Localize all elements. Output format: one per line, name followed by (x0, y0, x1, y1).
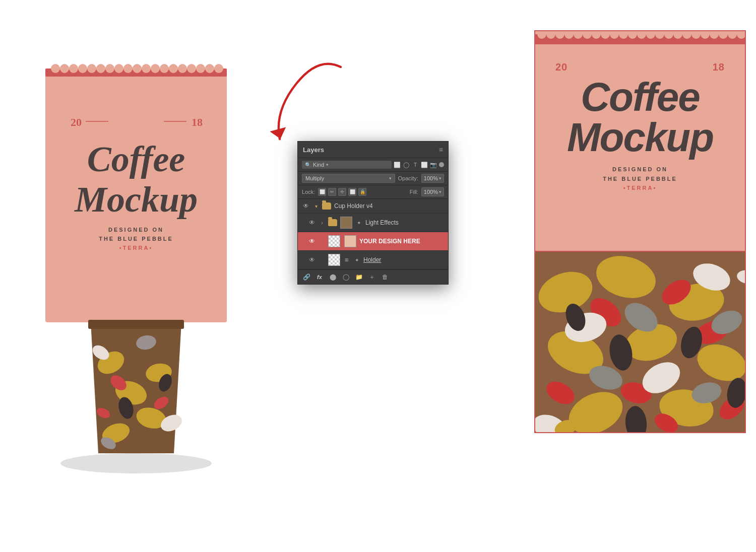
svg-point-14 (133, 64, 142, 73)
svg-point-19 (178, 64, 187, 73)
card-scallop-svg (535, 31, 746, 44)
svg-point-5 (51, 64, 60, 73)
new-layer-icon[interactable]: ＋ (367, 272, 376, 282)
filter-toggle-dot[interactable] (439, 162, 444, 167)
expand-cup-holder[interactable]: ▾ (313, 203, 319, 209)
layers-search-bar[interactable]: 🔍 Kind ▾ (302, 161, 392, 169)
svg-point-15 (142, 64, 151, 73)
svg-rect-48 (88, 320, 184, 329)
group-icon[interactable]: 📁 (354, 272, 363, 282)
opacity-control[interactable]: 100% ▾ (421, 174, 444, 183)
thumb-holder-1 (328, 254, 340, 266)
lock-pixels-btn[interactable]: ⬜ (318, 188, 326, 196)
adjustment-icon[interactable]: ◯ (341, 272, 350, 282)
opacity-arrow: ▾ (439, 176, 442, 181)
svg-point-10 (96, 64, 105, 73)
visibility-eye-holder[interactable]: 👁 (308, 256, 316, 264)
filter-pixel-icon[interactable]: ⬜ (394, 161, 401, 168)
smart-icon-holder: ⊞ (343, 256, 350, 263)
mockup-svg: 20 18 Coffee Mockup DESIGNED ON THE BLUE… (30, 40, 272, 473)
visibility-eye-light[interactable]: 👁 (308, 219, 316, 227)
right-top-card: 20 18 Coffee Mockup DESIGNED ON THE BLUE… (534, 30, 746, 252)
card-title-coffee: Coffee (550, 77, 730, 117)
layers-panel-header: Layers ≡ (298, 142, 448, 158)
kind-label: Kind (313, 162, 324, 168)
card-year-row: 20 18 (550, 61, 730, 73)
right-panel: 20 18 Coffee Mockup DESIGNED ON THE BLUE… (534, 30, 746, 433)
svg-text:•TERRA•: •TERRA• (119, 245, 153, 251)
layer-your-design[interactable]: 👁 › YOUR DESIGN HERE (298, 232, 448, 251)
svg-point-13 (123, 64, 133, 73)
fill-control[interactable]: 100% ▾ (421, 187, 444, 196)
layer-name-holder: Holder (363, 256, 444, 263)
svg-point-23 (214, 64, 223, 73)
card-year-left: 20 (555, 61, 568, 73)
svg-point-6 (60, 64, 69, 73)
svg-point-12 (114, 64, 123, 73)
expand-light[interactable]: › (319, 220, 325, 226)
opacity-value: 100% (424, 175, 438, 181)
svg-point-20 (187, 64, 196, 73)
card-year-right: 18 (713, 61, 725, 73)
layers-list: 👁 ▾ Cup Holder v4 👁 › ✦ Light Effects 👁 … (298, 199, 448, 269)
visibility-eye-cup-holder[interactable]: 👁 (302, 202, 310, 210)
card-subtitle-line2: THE BLUE PEBBLE (550, 174, 730, 184)
svg-point-21 (196, 64, 205, 73)
search-icon: 🔍 (305, 162, 311, 168)
svg-point-0 (60, 453, 212, 473)
lock-image-btn[interactable]: ✏ (328, 188, 336, 196)
card-title-mockup: Mockup (550, 117, 730, 158)
layer-name-cup-holder: Cup Holder v4 (334, 202, 444, 210)
card-subtitle-terra: •TERRA• (550, 183, 730, 193)
svg-point-7 (69, 64, 78, 73)
filter-adjustment-icon[interactable]: ◯ (403, 161, 410, 168)
thumb-design-2 (344, 235, 356, 247)
lock-position-btn[interactable]: ✢ (338, 188, 346, 196)
visibility-eye-design[interactable]: 👁 (308, 237, 316, 245)
delete-icon[interactable]: 🗑 (381, 272, 390, 282)
svg-point-9 (87, 64, 96, 73)
card-subtitle-line1: DESIGNED ON (550, 165, 730, 174)
layers-panel: Layers ≡ 🔍 Kind ▾ ⬜ ◯ T ⬜ 📷 Multiply ▾ O… (297, 141, 449, 285)
layer-holder[interactable]: 👁 › ⊞ ✦ Holder (298, 251, 448, 269)
svg-text:DESIGNED ON: DESIGNED ON (108, 227, 164, 233)
fx-icon[interactable]: fx (315, 272, 324, 282)
layers-blend-row: Multiply ▾ Opacity: 100% ▾ (298, 172, 448, 185)
svg-point-17 (160, 64, 169, 73)
thumb-light (340, 217, 352, 229)
svg-point-16 (151, 64, 160, 73)
svg-text:THE BLUE PEBBLE: THE BLUE PEBBLE (99, 236, 173, 242)
layers-menu-icon[interactable]: ≡ (439, 146, 443, 154)
card-subtitle: DESIGNED ON THE BLUE PEBBLE •TERRA• (550, 165, 730, 193)
layers-search-row: 🔍 Kind ▾ ⬜ ◯ T ⬜ 📷 (298, 158, 448, 172)
filter-icons: ⬜ ◯ T ⬜ 📷 (394, 161, 437, 168)
blend-mode-dropdown[interactable]: Multiply ▾ (302, 174, 395, 183)
thumb-design-1 (328, 235, 340, 247)
svg-point-8 (78, 64, 87, 73)
layers-lock-row: Lock: ⬜ ✏ ✢ ⬜ 🔒 Fill: 100% ▾ (298, 185, 448, 199)
lock-all-btn[interactable]: 🔒 (358, 188, 366, 196)
layer-cup-holder-v4[interactable]: 👁 ▾ Cup Holder v4 (298, 199, 448, 214)
mask-icon[interactable]: ⬤ (328, 272, 337, 282)
link-icon[interactable]: 🔗 (302, 272, 311, 282)
opacity-label: Opacity: (398, 175, 418, 181)
filter-text-icon[interactable]: T (412, 161, 419, 168)
filter-shape-icon[interactable]: ⬜ (421, 161, 428, 168)
layer-light-effects[interactable]: 👁 › ✦ Light Effects (298, 214, 448, 232)
card-title-area: Coffee Mockup DESIGNED ON THE BLUE PEBBL… (550, 77, 730, 193)
svg-point-11 (105, 64, 114, 73)
smart-icon-light: ✦ (355, 219, 362, 226)
svg-point-22 (205, 64, 214, 73)
svg-text:Mockup: Mockup (74, 179, 198, 220)
blend-mode-value: Multiply (305, 175, 324, 181)
lock-artboard-btn[interactable]: ⬜ (348, 188, 356, 196)
fill-value: 100% (424, 189, 438, 195)
layers-bottom-toolbar: 🔗 fx ⬤ ◯ 📁 ＋ 🗑 (298, 269, 448, 284)
lock-label: Lock: (302, 189, 315, 195)
kind-dropdown-arrow[interactable]: ▾ (326, 162, 329, 167)
layer-name-design: YOUR DESIGN HERE (359, 238, 444, 245)
svg-text:20: 20 (71, 116, 82, 128)
layer-name-light: Light Effects (365, 219, 444, 226)
svg-text:Coffee: Coffee (87, 139, 185, 179)
filter-smart-icon[interactable]: 📷 (430, 161, 437, 168)
